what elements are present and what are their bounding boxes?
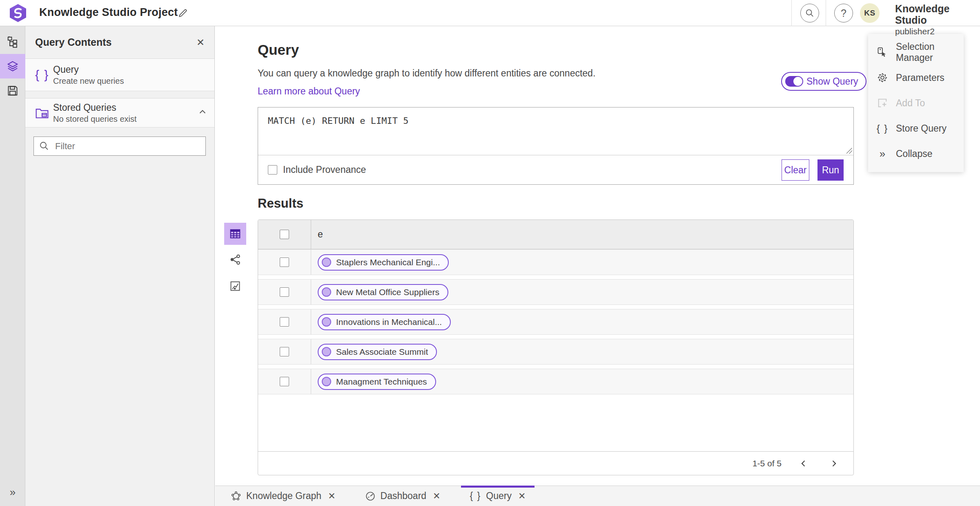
close-icon: ✕ <box>196 37 205 48</box>
entity-chip[interactable]: Sales Associate Summit <box>318 344 437 360</box>
query-text-input[interactable]: MATCH (e) RETURN e LIMIT 5 <box>258 107 853 155</box>
add-to-icon <box>876 97 889 109</box>
rail-item-schema[interactable] <box>0 29 25 54</box>
dashboard-gauge-icon <box>365 491 376 502</box>
panel-header: Query Contents ✕ <box>25 26 214 59</box>
chevron-right-icon <box>830 459 838 468</box>
left-icon-rail: » <box>0 26 25 506</box>
tab-label: Knowledge Graph <box>246 490 321 502</box>
entity-label: Sales Associate Summit <box>336 347 428 357</box>
collapse-stored-queries-button[interactable] <box>198 107 207 118</box>
stored-queries-title: Stored Queries <box>53 102 137 113</box>
user-avatar[interactable]: KS <box>860 3 880 23</box>
hierarchy-icon <box>7 36 19 48</box>
expand-rail-button[interactable]: » <box>0 483 25 501</box>
entity-chip[interactable]: Innovations in Mechanical... <box>318 314 451 330</box>
topbar-divider <box>791 0 792 26</box>
tab-dashboard[interactable]: Dashboard ✕ <box>356 486 450 506</box>
results-view-switcher <box>224 223 246 301</box>
table-pagination: 1-5 of 5 <box>258 451 853 475</box>
entity-dot-icon <box>322 287 331 297</box>
include-provenance-checkbox[interactable] <box>268 165 277 175</box>
menu-item-selection-manager[interactable]: Selection Manager <box>868 40 964 65</box>
close-tab-icon[interactable]: ✕ <box>328 491 335 502</box>
search-button[interactable] <box>800 4 819 22</box>
row-checkbox[interactable] <box>280 347 289 356</box>
menu-label: Parameters <box>896 72 944 83</box>
run-button[interactable]: Run <box>817 159 844 181</box>
show-query-toggle[interactable]: Show Query <box>781 72 866 91</box>
row-checkbox[interactable] <box>280 257 289 267</box>
row-checkbox[interactable] <box>280 287 289 297</box>
menu-item-parameters[interactable]: Parameters <box>868 65 964 90</box>
close-panel-button[interactable]: ✕ <box>194 36 207 49</box>
row-checkbox[interactable] <box>280 377 289 386</box>
tab-knowledge-graph[interactable]: Knowledge Graph ✕ <box>222 486 345 506</box>
entity-dot-icon <box>322 317 331 327</box>
next-page-button[interactable] <box>826 458 842 469</box>
clear-button[interactable]: Clear <box>782 159 809 181</box>
menu-label: Selection Manager <box>896 41 956 63</box>
tab-label: Query <box>486 490 512 502</box>
entity-chip[interactable]: Managment Techniques <box>318 374 436 390</box>
entity-dot-icon <box>322 347 331 356</box>
user-menu[interactable]: Knowledge Studio publisher2 <box>895 3 980 36</box>
pagination-range-label: 1-5 of 5 <box>753 459 782 468</box>
select-all-checkbox[interactable] <box>280 230 289 239</box>
chart-icon <box>229 280 241 292</box>
chevron-up-icon <box>198 107 207 116</box>
table-body: Staplers Mechanical Engi... New Metal Of… <box>258 249 853 451</box>
table-row[interactable]: Innovations in Mechanical... <box>258 309 853 335</box>
table-row[interactable]: New Metal Office Suppliers <box>258 279 853 305</box>
column-header-e: e <box>311 229 323 240</box>
toggle-switch-on <box>785 76 803 87</box>
edit-title-button[interactable] <box>176 6 190 20</box>
query-editor-area: MATCH (e) RETURN e LIMIT 5 <box>258 107 853 155</box>
query-editor-card: MATCH (e) RETURN e LIMIT 5 Include Prove… <box>258 107 854 185</box>
braces-icon: { } <box>470 490 481 502</box>
include-provenance-label: Include Provenance <box>283 164 366 175</box>
knowledge-studio-app: Knowledge Studio Project ? KS Knowledge … <box>0 0 980 506</box>
tab-query[interactable]: { } Query ✕ <box>461 486 535 506</box>
entity-label: New Metal Office Suppliers <box>336 287 439 297</box>
results-table: e Staplers Mechanical Engi... New Metal … <box>258 219 854 475</box>
close-tab-icon[interactable]: ✕ <box>433 491 440 502</box>
panel-title: Query Contents <box>35 36 112 48</box>
learn-more-link[interactable]: Learn more about Query <box>258 86 360 97</box>
menu-item-collapse[interactable]: » Collapse <box>868 141 964 166</box>
menu-item-store-query[interactable]: { } Store Query <box>868 116 964 141</box>
table-row[interactable]: Staplers Mechanical Engi... <box>258 249 853 275</box>
table-header-row: e <box>258 220 853 249</box>
stored-queries-subtitle: No stored queries exist <box>53 114 137 124</box>
menu-label: Store Query <box>896 123 947 134</box>
table-view-button[interactable] <box>224 223 246 245</box>
topbar-divider <box>826 0 826 26</box>
previous-page-button[interactable] <box>795 458 812 469</box>
help-button[interactable]: ? <box>834 4 853 22</box>
query-heading: Query <box>258 42 299 58</box>
query-contents-panel: Query Contents ✕ { } Query Create new qu… <box>25 26 215 506</box>
close-tab-icon[interactable]: ✕ <box>518 491 526 502</box>
knowledge-graph-icon <box>231 491 241 502</box>
panel-item-stored-queries[interactable]: Stored Queries No stored queries exist <box>25 98 214 128</box>
entity-chip[interactable]: Staplers Mechanical Engi... <box>318 254 449 271</box>
braces-icon: { } <box>876 123 889 134</box>
menu-item-add-to[interactable]: Add To <box>868 90 964 116</box>
save-icon <box>7 85 18 96</box>
panel-item-query[interactable]: { } Query Create new queries <box>25 59 214 91</box>
rail-item-save[interactable] <box>0 78 25 103</box>
question-mark-icon: ? <box>841 7 846 19</box>
table-row[interactable]: Sales Associate Summit <box>258 339 853 365</box>
double-chevron-right-icon: » <box>876 148 889 160</box>
link-chart-view-button[interactable] <box>224 249 246 271</box>
app-name-label: Knowledge Studio <box>895 3 980 26</box>
entity-chip[interactable]: New Metal Office Suppliers <box>318 284 448 300</box>
entity-dot-icon <box>322 257 331 267</box>
filter-input[interactable] <box>33 137 206 156</box>
query-item-title: Query <box>53 64 124 75</box>
chart-view-button[interactable] <box>224 275 246 297</box>
rail-item-layers[interactable] <box>0 54 25 78</box>
table-row[interactable]: Managment Techniques <box>258 369 853 394</box>
row-checkbox[interactable] <box>280 317 289 327</box>
app-logo-icon[interactable] <box>9 4 27 22</box>
